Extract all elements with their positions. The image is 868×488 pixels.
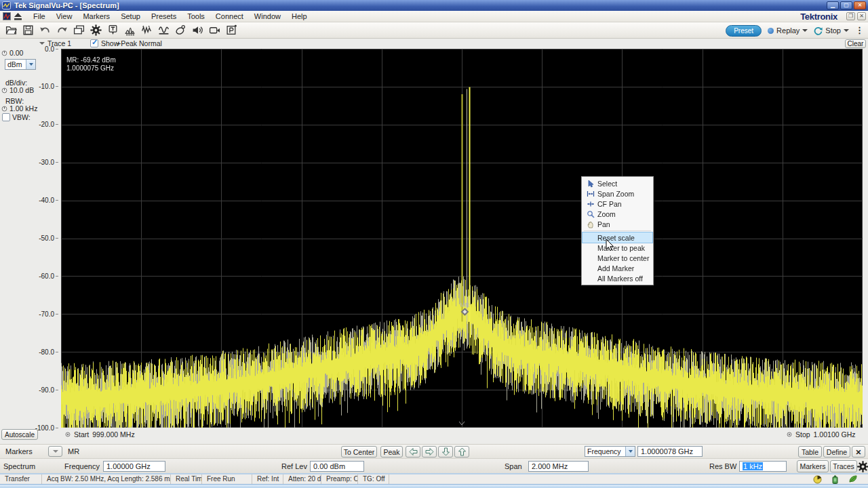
settings-gear-button[interactable] — [87, 23, 104, 37]
title-bar: Tek SignalVu-PC - [Spectrum] ▁ ▢ ✕ — [0, 0, 868, 11]
connect-eject-icon[interactable] — [14, 13, 22, 20]
menu-item-markers[interactable]: Markers — [77, 12, 115, 21]
mouse-pointer-button[interactable] — [172, 23, 189, 37]
time-overview-button[interactable] — [155, 23, 172, 37]
menu-item-window[interactable]: Window — [249, 12, 286, 21]
combo-dropdown-button[interactable] — [26, 60, 35, 69]
stop-frequency-control[interactable]: Stop 1.00100 GHz — [787, 430, 855, 439]
knob-icon — [1, 50, 7, 56]
undo-button[interactable] — [37, 23, 54, 37]
peak-higher-button[interactable] — [454, 446, 469, 458]
context-menu-item-select[interactable]: Select — [583, 178, 652, 188]
arrow-down-icon — [441, 447, 450, 456]
context-menu-item-span-zoom[interactable]: Span Zoom — [583, 188, 652, 199]
combo-dropdown-button[interactable] — [625, 447, 635, 456]
context-menu-item-pan[interactable]: Pan — [583, 219, 652, 229]
y-axis-tick-label: -100.0 — [30, 424, 58, 432]
context-menu-item-cf-pan[interactable]: CF Pan — [583, 199, 652, 209]
user-preset-button[interactable] — [223, 23, 240, 37]
menu-item-view[interactable]: View — [51, 12, 78, 21]
rbw-control[interactable]: 1.00 kHz — [1, 104, 37, 113]
start-frequency-control[interactable]: Start 999.000 MHz — [65, 430, 135, 439]
close-markers-toolbar-button[interactable]: ✕ — [852, 446, 865, 458]
ref-level-control[interactable]: 0.00 — [1, 49, 23, 57]
save-button[interactable] — [20, 23, 37, 37]
context-menu-item-reset-scale[interactable]: Reset scale — [583, 232, 652, 243]
trace-show-checkbox[interactable]: Show — [90, 39, 119, 47]
res-bw-field[interactable]: 1 kHz — [739, 461, 787, 472]
menu-item-help[interactable]: Help — [286, 12, 313, 21]
marker-select-dropdown[interactable] — [48, 446, 62, 457]
context-menu-item-zoom[interactable]: Zoom — [583, 209, 652, 219]
vbw-checkbox[interactable]: VBW: — [2, 113, 31, 121]
spectrum-display-area: Trace 1 Show +Peak Normal Clear 0.00 dBm… — [0, 39, 868, 444]
menu-item-file[interactable]: File — [28, 12, 51, 21]
audio-demod-button[interactable] — [189, 23, 206, 37]
spectrum-display-button[interactable] — [121, 23, 138, 37]
spectrum-plot[interactable] — [61, 49, 863, 428]
maximize-button[interactable]: ▢ — [840, 1, 852, 9]
context-menu-item-add-marker[interactable]: Add Marker — [583, 263, 652, 273]
plot-context-menu: SelectSpan ZoomCF PanZoomPanReset scaleM… — [581, 176, 654, 285]
peak-left-button[interactable] — [406, 446, 420, 458]
marker-readout-type-combobox[interactable]: Frequency — [585, 446, 635, 457]
minimize-button[interactable]: ▁ — [827, 1, 839, 9]
child-close-button[interactable]: ✕ — [857, 12, 866, 20]
span-zoom-icon — [584, 190, 597, 198]
arrow-right-icon — [425, 447, 434, 456]
y-axis-tick-label: -70.0 — [30, 310, 58, 318]
ref-level-field[interactable]: 0.00 dBm — [310, 461, 364, 472]
db-div-control[interactable]: 10.0 dB — [1, 86, 34, 94]
to-center-button[interactable]: To Center — [341, 446, 377, 458]
amplitude-vs-time-button[interactable] — [138, 23, 155, 37]
stop-control[interactable]: Stop — [814, 26, 849, 35]
menu-item-setup[interactable]: Setup — [115, 12, 146, 21]
center-frequency-field[interactable]: 1.00000 GHz — [103, 461, 165, 472]
settings-gear-button[interactable] — [856, 460, 868, 472]
text-marker-button[interactable] — [104, 23, 121, 37]
status-cell-ref: Ref: Int — [252, 474, 283, 484]
context-menu-item-label: Select — [597, 180, 617, 188]
markers-toolbar: Markers MR To Center Peak Frequency 1.00… — [0, 444, 868, 458]
define-button[interactable]: Define — [823, 446, 850, 458]
clear-button[interactable]: Clear — [845, 39, 866, 48]
menu-item-connect[interactable]: Connect — [210, 12, 249, 21]
child-restore-button[interactable]: ❐ — [846, 12, 855, 20]
redo-button[interactable] — [54, 23, 71, 37]
context-menu-item-label: Add Marker — [597, 264, 634, 272]
peak-right-button[interactable] — [422, 446, 437, 458]
marker-frequency-field[interactable]: 1.0000078 GHz — [637, 446, 703, 457]
peak-button[interactable]: Peak — [380, 446, 403, 458]
preset-button[interactable]: Preset — [726, 25, 762, 37]
span-field[interactable]: 2.000 MHz — [528, 461, 589, 472]
markers-panel-button[interactable]: Markers — [797, 460, 829, 472]
menu-separator — [584, 230, 651, 231]
replay-control[interactable]: Replay — [768, 26, 808, 35]
text-marker-icon — [107, 24, 119, 36]
video-capture-button[interactable] — [206, 23, 223, 37]
menu-item-tools[interactable]: Tools — [182, 12, 210, 21]
peak-lower-button[interactable] — [438, 446, 453, 458]
window-title: Tek SignalVu-PC - [Spectrum] — [14, 1, 119, 10]
context-menu-item-marker-to-peak[interactable]: Marker to peak — [583, 243, 652, 253]
video-capture-icon — [209, 24, 220, 36]
context-menu-item-marker-to-center[interactable]: Marker to center — [583, 253, 652, 263]
menu-item-presets[interactable]: Presets — [146, 12, 182, 21]
gear-icon — [857, 461, 868, 472]
audio-demod-icon — [192, 24, 203, 36]
table-button[interactable]: Table — [798, 446, 822, 458]
rbw-value: 1.00 kHz — [9, 104, 37, 113]
more-options-icon[interactable]: ⋮ — [855, 27, 864, 34]
context-menu-item-all-markers-off[interactable]: All Markers off — [583, 273, 652, 283]
displays-button[interactable] — [71, 23, 87, 37]
context-menu-item-label: Span Zoom — [597, 190, 634, 198]
knob-icon — [1, 106, 7, 112]
selected-marker-label: MR — [68, 447, 79, 455]
traces-panel-button[interactable]: Traces — [830, 460, 857, 472]
open-file-button[interactable] — [3, 23, 20, 37]
save-icon — [22, 24, 34, 36]
replay-status-icon — [813, 475, 822, 484]
unit-combobox[interactable]: dBm — [5, 59, 36, 70]
close-button[interactable]: ✕ — [854, 1, 866, 9]
checkbox-unchecked-icon — [2, 113, 10, 121]
